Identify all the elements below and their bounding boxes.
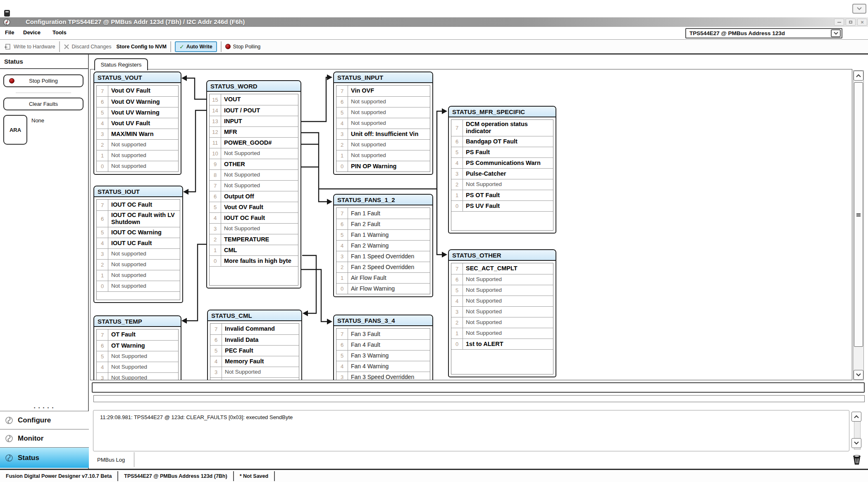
- scroll-down-button[interactable]: [854, 370, 863, 380]
- bit-row: 5Not Supported: [451, 285, 553, 296]
- sidebar-item-configure[interactable]: Configure: [0, 411, 89, 429]
- bit-row: 15VOUT: [210, 94, 298, 105]
- bit-label: Fan 1 Fault: [348, 208, 430, 219]
- bit-label: Air Flow Warning: [348, 284, 430, 294]
- bit-number: 8: [210, 170, 221, 180]
- bit-number: 3: [97, 249, 108, 259]
- scroll-up-button[interactable]: [854, 71, 863, 81]
- chevron-down-icon[interactable]: [831, 29, 841, 37]
- panel-title[interactable]: STATUS_INPUT: [334, 72, 432, 83]
- bit-label: Not supported: [108, 260, 180, 270]
- bit-label: Vout OV Warning: [108, 97, 178, 107]
- bit-number: 0: [210, 256, 221, 266]
- menu-tools[interactable]: Tools: [52, 29, 67, 36]
- bit-label: IOUT UC Fault: [108, 238, 180, 248]
- bit-row: 0More faults in high byte: [210, 255, 298, 266]
- panel-title[interactable]: STATUS_FANS_1_2: [334, 195, 432, 205]
- log-scroll-down-button[interactable]: [851, 438, 861, 448]
- panel-title[interactable]: STATUS_OTHER: [449, 250, 556, 261]
- device-selector[interactable]: TPS544E27 @ PMBus Address 123d: [685, 28, 842, 38]
- splitter-handle[interactable]: • • • • •: [0, 405, 88, 410]
- write-to-hardware-button[interactable]: Write to Hardware: [4, 43, 55, 50]
- bit-number: 3: [336, 129, 348, 139]
- bit-label: Not Supported: [108, 373, 178, 380]
- panel-title[interactable]: STATUS_WORD: [207, 81, 300, 92]
- empty-row: [451, 349, 553, 374]
- bit-row: 3Fan 3 Speed Overridden: [336, 372, 430, 380]
- ara-box[interactable]: ARA: [3, 115, 27, 145]
- collapsed-pane-splitter[interactable]: [93, 395, 865, 402]
- panel-title[interactable]: STATUS_CML: [208, 310, 301, 321]
- stop-polling-button[interactable]: Stop Polling: [3, 74, 83, 87]
- panel-title[interactable]: STATUS_VOUT: [94, 72, 181, 83]
- bit-label: Fan 2 Warning: [348, 241, 430, 251]
- stop-polling-toolbar-button[interactable]: Stop Polling: [225, 44, 261, 50]
- restore-button[interactable]: [846, 19, 856, 26]
- menu-device[interactable]: Device: [23, 29, 41, 36]
- bit-label: Not supported: [348, 107, 430, 118]
- tab-status-registers[interactable]: Status Registers: [94, 58, 148, 70]
- bit-number: 1: [451, 328, 463, 339]
- auto-write-toggle[interactable]: ✓ Auto Write: [175, 41, 217, 52]
- bit-row: 7SEC_ACT_CMPLT: [451, 263, 553, 274]
- bit-row: 0PS UV Fault: [451, 200, 553, 211]
- polling-indicator-icon: [225, 44, 231, 49]
- bit-number: 0: [97, 161, 108, 172]
- bit-number: 3: [210, 224, 221, 234]
- bit-label: MAX/MIN Warn: [108, 129, 178, 139]
- sidebar-item-monitor[interactable]: Monitor: [0, 429, 89, 447]
- tab-pmbus-log[interactable]: PMBus Log: [93, 452, 134, 467]
- check-icon: ✓: [179, 43, 184, 50]
- trash-icon[interactable]: [851, 454, 862, 465]
- device-selector-value: TPS544E27 @ PMBus Address 123d: [686, 30, 831, 36]
- bit-number: 7: [451, 263, 463, 274]
- bit-number: 6: [336, 219, 348, 229]
- bit-row: 4Fan 4 Warning: [336, 361, 430, 372]
- bit-row: 2Not Supported: [451, 179, 553, 190]
- window-title: Configuration TPS544E27 @ PMBus Addr 123…: [26, 18, 245, 25]
- panel-title[interactable]: STATUS_FANS_3_4: [334, 315, 432, 326]
- bit-number: 3: [451, 169, 463, 179]
- panel-title[interactable]: STATUS_MFR_SPECIFIC: [449, 107, 556, 117]
- fusion-icon: [5, 434, 13, 443]
- bit-number: 1: [336, 150, 348, 161]
- bit-table: 15VOUT14IOUT / POUT13INPUT12MFR11POWER_G…: [209, 94, 298, 286]
- bit-label: INPUT: [221, 116, 298, 126]
- bit-label: IOUT / POUT: [221, 105, 298, 116]
- bit-row: 1CML: [210, 245, 298, 255]
- scrollbar-thumb[interactable]: [854, 82, 863, 347]
- collapsed-pane-splitter[interactable]: [92, 382, 865, 393]
- log-scroll-up-button[interactable]: [851, 412, 861, 422]
- panel-status_vout: STATUS_VOUT7Vout OV Fault6Vout OV Warnin…: [93, 72, 181, 175]
- bit-table: 7Vin OVF6Not supported5Not supported4Not…: [336, 85, 430, 172]
- bit-label: Not supported: [348, 150, 430, 161]
- store-config-to-nvm-button[interactable]: Store Config to NVM: [116, 44, 167, 50]
- minimize-button[interactable]: [834, 19, 844, 26]
- bit-row: 4PS Communications Warn: [451, 157, 553, 168]
- bit-row: 0Not supported: [97, 281, 180, 291]
- bit-label: PS OT Fault: [463, 190, 553, 200]
- sidebar-item-status[interactable]: Status: [0, 447, 89, 468]
- bit-row: 6Not supported: [336, 96, 430, 107]
- clear-faults-button[interactable]: Clear Faults: [3, 98, 83, 110]
- pmbus-log-output[interactable]: 11:29:08.981: TPS544E27 @ 123d: CLEAR_FA…: [93, 410, 849, 451]
- panel-title[interactable]: STATUS_TEMP: [94, 316, 181, 327]
- bit-label: OTHER: [221, 159, 298, 169]
- menu-bar: File Device Tools TPS544E27 @ PMBus Addr…: [0, 27, 868, 40]
- close-button[interactable]: ×: [857, 19, 867, 26]
- bit-row: 01st to ALERT: [451, 339, 553, 349]
- status-device: TPS544E27 @ PMBus Address 123d (7Bh): [118, 471, 234, 481]
- menu-file[interactable]: File: [5, 29, 14, 36]
- panel-title[interactable]: STATUS_IOUT: [94, 186, 182, 197]
- bit-label: IOUT OC Fault with LV Shutdown: [108, 211, 180, 227]
- status-save-state: * Not Saved: [234, 471, 275, 481]
- bit-label: Not Supported: [221, 224, 298, 234]
- panel-status_temp: STATUS_TEMP7OT Fault6OT Warning5Not Supp…: [93, 315, 181, 380]
- bit-row: 3Pulse-Catcher: [451, 168, 553, 179]
- discard-changes-button[interactable]: Discard Changes: [64, 44, 112, 50]
- bit-number: 5: [97, 227, 108, 238]
- bit-number: 4: [336, 118, 348, 129]
- vertical-scrollbar[interactable]: [853, 70, 864, 380]
- bit-row: 7Not Supported: [210, 180, 298, 191]
- corner-scroll-widget[interactable]: [852, 4, 866, 14]
